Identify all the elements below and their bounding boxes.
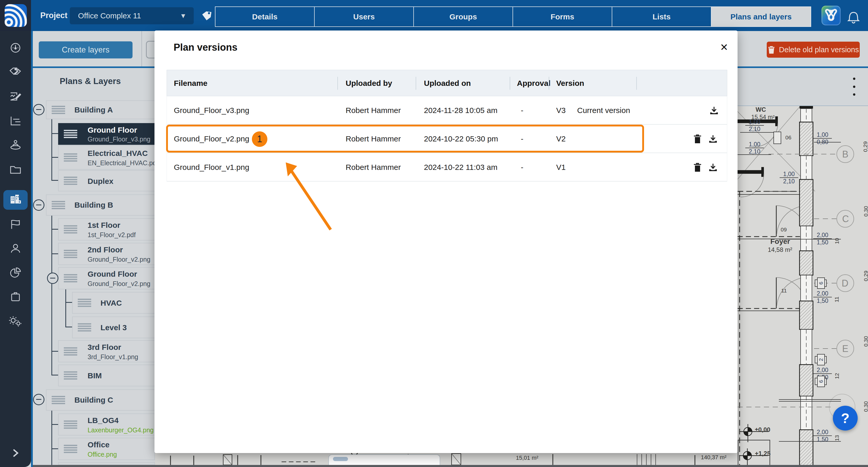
drag-handle-icon[interactable] bbox=[64, 419, 77, 430]
download-icon[interactable] bbox=[708, 134, 718, 144]
col-version[interactable]: Version bbox=[556, 70, 584, 96]
door-number: 09 bbox=[781, 227, 786, 233]
grid-label-c: C bbox=[842, 213, 849, 225]
panel-title: Plans & Layers bbox=[60, 76, 121, 86]
cell-approval: - bbox=[521, 96, 523, 125]
dim-door: 1,002,10 bbox=[745, 141, 764, 155]
tree-item-building-a[interactable]: Building A bbox=[46, 100, 155, 119]
help-button[interactable]: ? bbox=[833, 406, 858, 431]
drag-handle-icon[interactable] bbox=[64, 176, 77, 186]
tree-item-title: Ground Floor bbox=[88, 126, 137, 135]
tree-item-ground-floor-a[interactable]: Ground Floor Ground_Floor_v3.png bbox=[58, 123, 155, 145]
drawer-pill bbox=[333, 457, 348, 461]
bottom-drawer-handle[interactable] bbox=[328, 454, 440, 465]
tree-item-ground-floor-b[interactable]: Ground Floor Ground_Floor_v2.png bbox=[58, 267, 155, 289]
collapse-building-a-icon[interactable] bbox=[33, 104, 44, 115]
sidebar-item-flag[interactable] bbox=[0, 216, 31, 232]
sidebar-item-tags[interactable] bbox=[0, 64, 31, 81]
tab-forms[interactable]: Forms bbox=[513, 7, 612, 26]
tree-item-filename: EN_Electrical_HVAC.pdf bbox=[88, 159, 158, 167]
tree-item-building-b[interactable]: Building B bbox=[46, 195, 155, 216]
sidebar-item-user[interactable] bbox=[0, 240, 31, 257]
trash-icon[interactable] bbox=[693, 163, 702, 172]
project-select-value: Office Complex 11 bbox=[78, 11, 141, 20]
table-row[interactable]: Ground_Floor_v1.png Robert Hammer 2024-1… bbox=[167, 153, 727, 181]
grid-spacing: 0,29 bbox=[862, 141, 868, 152]
drag-handle-icon[interactable] bbox=[64, 444, 77, 454]
trash-icon[interactable] bbox=[693, 134, 702, 144]
tree-item-title: Ground Floor bbox=[88, 270, 137, 279]
tree-connector bbox=[65, 302, 72, 303]
drag-handle-icon[interactable] bbox=[64, 370, 77, 381]
download-icon[interactable] bbox=[709, 106, 719, 115]
col-filename[interactable]: Filename bbox=[174, 70, 208, 96]
sidebar-item-locate-user[interactable] bbox=[0, 137, 31, 153]
tab-details[interactable]: Details bbox=[215, 7, 315, 26]
sidebar-item-reports[interactable] bbox=[0, 113, 31, 129]
app-logo-icon[interactable] bbox=[5, 4, 27, 27]
sidebar-item-buildings[interactable] bbox=[0, 192, 31, 208]
drag-handle-icon[interactable] bbox=[64, 249, 77, 259]
delete-old-plan-versions-button[interactable]: Delete old plan versions bbox=[767, 41, 860, 58]
sidebar-item-folder[interactable] bbox=[0, 161, 31, 178]
collapse-building-c-icon[interactable] bbox=[33, 394, 44, 405]
drag-handle-icon[interactable] bbox=[64, 224, 77, 235]
tree-item-filename: 1st_Floor_v2.pdf bbox=[88, 231, 135, 239]
tree-item-hvac[interactable]: HVAC bbox=[72, 292, 155, 314]
tree-item-1st-floor[interactable]: 1st Floor 1st_Floor_v2.pdf bbox=[58, 218, 155, 240]
tree-item-level-3[interactable]: Level 3 bbox=[72, 317, 155, 338]
trash-icon bbox=[768, 45, 775, 54]
project-select[interactable]: Office Complex 11 ▼ bbox=[70, 7, 194, 24]
drag-handle-icon[interactable] bbox=[64, 152, 77, 163]
tree-item-title: HVAC bbox=[100, 299, 122, 308]
drag-handle-icon[interactable] bbox=[78, 298, 91, 308]
drag-handle-icon[interactable] bbox=[64, 346, 77, 357]
sidebar-item-dashboard[interactable] bbox=[0, 39, 31, 56]
collapse-building-b-icon[interactable] bbox=[33, 199, 44, 211]
close-icon[interactable]: ✕ bbox=[718, 41, 731, 54]
drag-handle-icon[interactable] bbox=[78, 322, 91, 332]
sidebar-item-plan-markup[interactable] bbox=[0, 88, 31, 105]
drag-handle-icon[interactable] bbox=[52, 395, 65, 405]
col-uploaded-by[interactable]: Uploaded by bbox=[346, 70, 392, 96]
tree-item-electrical-hvac[interactable]: Electrical_HVAC EN_Electrical_HVAC.pdf bbox=[58, 145, 155, 170]
tab-groups[interactable]: Groups bbox=[414, 7, 513, 26]
collapse-ground-floor-icon[interactable] bbox=[47, 272, 58, 284]
drag-handle-icon[interactable] bbox=[64, 129, 77, 139]
notifications-bell-icon[interactable] bbox=[847, 9, 860, 24]
tree-item-3rd-floor[interactable]: 3rd Floor 3rd_Floor_v1.png bbox=[58, 340, 155, 362]
dim-window: 1,000,80 bbox=[813, 132, 832, 145]
sidebar-item-pie-chart[interactable] bbox=[0, 265, 31, 281]
tree-item-lb-og4[interactable]: LB_OG4 Laxenburger_OG4.png bbox=[58, 413, 155, 435]
plan-options-kebab-icon[interactable] bbox=[849, 78, 859, 96]
tag-icon[interactable] bbox=[201, 11, 212, 21]
grid-spacing: 0,30 bbox=[863, 206, 868, 217]
create-layers-button[interactable]: Create layers bbox=[39, 41, 132, 58]
grid-spacing: 0,30 bbox=[863, 401, 868, 412]
tree-item-building-c[interactable]: Building C bbox=[46, 389, 155, 411]
tree-item-bim[interactable]: BIM bbox=[58, 364, 155, 386]
drag-handle-icon[interactable] bbox=[64, 273, 77, 284]
sidebar-item-clipboard[interactable] bbox=[0, 289, 31, 305]
sidebar-expand-chevron-icon[interactable] bbox=[0, 445, 31, 461]
download-icon[interactable] bbox=[708, 163, 718, 172]
tab-users[interactable]: Users bbox=[315, 7, 414, 26]
module-switcher-button[interactable] bbox=[822, 6, 841, 25]
drag-handle-icon[interactable] bbox=[52, 200, 65, 210]
drag-handle-icon[interactable] bbox=[52, 105, 65, 115]
col-approval[interactable]: Approval bbox=[517, 70, 551, 96]
tab-lists[interactable]: Lists bbox=[612, 7, 711, 26]
room-area-label: 15,01 m² bbox=[516, 455, 538, 461]
tab-plans-and-layers[interactable]: Plans and layers bbox=[711, 7, 811, 26]
tree-item-filename: Ground_Floor_v3.png bbox=[88, 136, 150, 143]
tree-item-office[interactable]: Office Office.png bbox=[58, 438, 155, 460]
col-uploaded-on[interactable]: Uploaded on bbox=[424, 70, 471, 96]
sidebar-item-settings[interactable] bbox=[0, 313, 31, 330]
table-row[interactable]: Ground_Floor_v3.png Robert Hammer 2024-1… bbox=[167, 96, 727, 125]
tree-item-duplex[interactable]: Duplex bbox=[58, 170, 155, 191]
tree-connector bbox=[52, 180, 58, 181]
cell-uploaded-on: 2024-11-28 10:05 am bbox=[424, 96, 498, 125]
header-divider bbox=[337, 77, 338, 90]
tree-item-2nd-floor[interactable]: 2nd Floor Ground_Floor_v2.png bbox=[58, 243, 155, 265]
tree-item-partial[interactable] bbox=[58, 462, 155, 465]
